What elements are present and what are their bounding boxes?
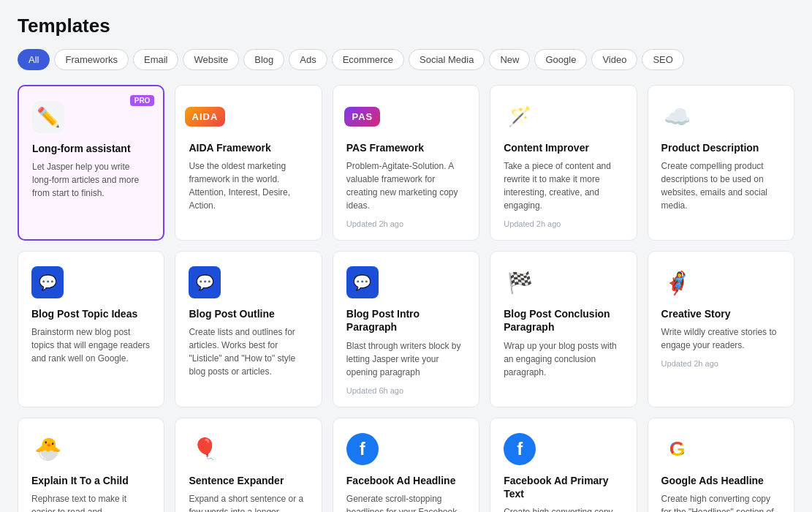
template-icon: 💬 (346, 266, 379, 298)
filter-btn-ecommerce[interactable]: Ecommerce (332, 49, 404, 70)
template-card-content-improver[interactable]: 🪄Content ImproverTake a piece of content… (490, 85, 637, 241)
template-card-blog-outline[interactable]: 💬Blog Post OutlineCreate lists and outli… (175, 251, 322, 407)
template-card-explain-child[interactable]: 🐣Explain It To a ChildRephrase text to m… (18, 418, 164, 512)
template-icon: ✏️ (32, 101, 64, 133)
filter-btn-ads[interactable]: Ads (289, 49, 327, 70)
card-title: Google Ads Headline (661, 474, 781, 487)
card-desc: Wrap up your blog posts with an engaging… (504, 339, 623, 379)
card-title: Blog Post Topic Ideas (31, 307, 151, 320)
filter-btn-blog[interactable]: Blog (243, 49, 284, 70)
template-card-product-desc[interactable]: ☁️Product DescriptionCreate compelling p… (648, 85, 794, 241)
template-card-pas[interactable]: PASPAS FrameworkProblem-Agitate-Solution… (333, 85, 479, 241)
card-desc: Expand a short sentence or a few words i… (189, 492, 308, 512)
card-title: Facebook Ad Primary Text (504, 474, 623, 500)
card-desc: Generate scroll-stopping headlines for y… (346, 492, 466, 512)
card-desc: Let Jasper help you write long-form arti… (32, 160, 150, 200)
template-icon: 🪄 (504, 100, 536, 132)
card-title: Creative Story (661, 307, 781, 320)
template-icon: 💬 (189, 266, 221, 298)
filter-btn-google[interactable]: Google (534, 49, 587, 70)
card-title: Blog Post Outline (189, 307, 308, 320)
template-card-blog-conclusion[interactable]: 🏁Blog Post Conclusion ParagraphWrap up y… (490, 251, 637, 407)
template-card-blog-topic[interactable]: 💬Blog Post Topic IdeasBrainstorm new blo… (18, 251, 164, 407)
template-icon: G (661, 433, 694, 465)
filter-btn-new[interactable]: New (489, 49, 530, 70)
filter-btn-seo[interactable]: SEO (642, 49, 683, 70)
filter-btn-all[interactable]: All (18, 49, 50, 70)
filter-btn-video[interactable]: Video (591, 49, 637, 70)
filter-btn-social-media[interactable]: Social Media (409, 49, 485, 70)
card-desc: Use the oldest marketing framework in th… (189, 159, 308, 212)
template-card-long-form[interactable]: PRO✏️Long-form assistantLet Jasper help … (18, 85, 164, 241)
template-icon: f (346, 433, 379, 465)
card-title: Long-form assistant (32, 142, 150, 155)
card-desc: Create high converting copy for the "Pri… (504, 505, 623, 512)
template-card-fb-headline[interactable]: fFacebook Ad HeadlineGenerate scroll-sto… (333, 418, 479, 512)
card-updated: Updated 2h ago (504, 219, 623, 228)
template-card-google-ads[interactable]: GGoogle Ads HeadlineCreate high converti… (648, 418, 794, 512)
template-icon: 🏁 (504, 266, 536, 298)
template-icon: AIDA (189, 100, 221, 132)
card-title: PAS Framework (346, 141, 466, 154)
card-desc: Write wildly creative stories to engage … (661, 325, 781, 352)
card-desc: Create lists and outlines for articles. … (189, 325, 308, 378)
card-title: AIDA Framework (189, 141, 308, 154)
card-updated: Updated 2h ago (661, 359, 781, 368)
template-card-blog-intro[interactable]: 💬Blog Post Intro ParagraphBlast through … (333, 251, 479, 407)
card-updated: Updated 2h ago (346, 219, 466, 228)
card-desc: Take a piece of content and rewrite it t… (504, 159, 623, 212)
card-updated: Updated 6h ago (346, 386, 466, 395)
template-icon: 🦸‍♀️ (661, 266, 694, 298)
card-desc: Rephrase text to make it easier to read … (31, 492, 151, 512)
template-icon: 🐣 (31, 433, 64, 465)
filter-btn-website[interactable]: Website (183, 49, 239, 70)
template-icon: f (504, 433, 536, 465)
card-title: Explain It To a Child (31, 474, 151, 487)
card-title: Blog Post Conclusion Paragraph (504, 307, 623, 334)
template-icon: 💬 (31, 266, 64, 298)
page-title: Templates (18, 15, 794, 37)
template-card-fb-primary[interactable]: fFacebook Ad Primary TextCreate high con… (490, 418, 637, 512)
card-desc: Blast through writers block by letting J… (346, 339, 466, 379)
card-desc: Problem-Agitate-Solution. A valuable fra… (346, 159, 466, 212)
filter-bar: AllFrameworksEmailWebsiteBlogAdsEcommerc… (18, 49, 794, 70)
templates-grid: PRO✏️Long-form assistantLet Jasper help … (18, 85, 794, 512)
card-desc: Create compelling product descriptions t… (661, 159, 781, 212)
card-desc: Create high converting copy for the "Hea… (661, 492, 781, 512)
card-title: Facebook Ad Headline (346, 474, 466, 487)
template-icon: PAS (346, 100, 379, 132)
template-card-sentence-expander[interactable]: 🎈Sentence ExpanderExpand a short sentenc… (175, 418, 322, 512)
template-icon: ☁️ (661, 100, 694, 132)
filter-btn-frameworks[interactable]: Frameworks (54, 49, 129, 70)
card-title: Content Improver (504, 141, 623, 154)
card-desc: Brainstorm new blog post topics that wil… (31, 325, 151, 365)
filter-btn-email[interactable]: Email (133, 49, 179, 70)
card-title: Blog Post Intro Paragraph (346, 307, 466, 334)
pro-badge: PRO (130, 95, 155, 106)
template-card-aida[interactable]: AIDAAIDA FrameworkUse the oldest marketi… (175, 85, 322, 241)
card-title: Sentence Expander (189, 474, 308, 487)
template-card-creative-story[interactable]: 🦸‍♀️Creative StoryWrite wildly creative … (648, 251, 794, 407)
template-icon: 🎈 (189, 433, 221, 465)
card-title: Product Description (661, 141, 781, 154)
